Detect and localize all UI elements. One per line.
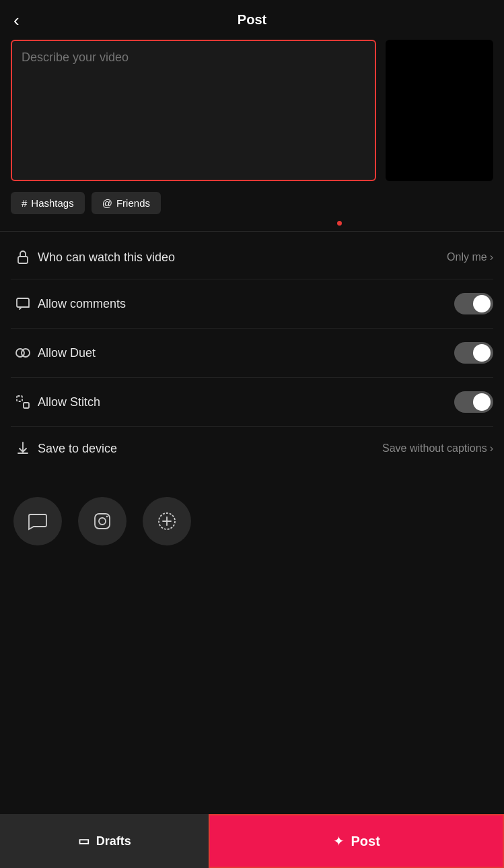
messages-icon xyxy=(27,510,48,532)
video-thumbnail xyxy=(386,40,493,181)
instagram-share-button[interactable] xyxy=(78,497,127,545)
toggle-knob xyxy=(473,295,491,312)
save-to-device-value: Save without captions › xyxy=(382,442,493,455)
allow-duet-row: Allow Duet xyxy=(11,329,493,378)
add-circle-icon xyxy=(156,510,178,532)
svg-rect-5 xyxy=(24,403,29,408)
drafts-icon: ▭ xyxy=(78,834,89,848)
allow-comments-toggle[interactable] xyxy=(454,293,493,314)
friends-label: Friends xyxy=(116,197,150,209)
scroll-indicator-dot xyxy=(337,221,342,226)
messages-share-button[interactable] xyxy=(13,497,62,545)
drafts-button[interactable]: ▭ Drafts xyxy=(0,814,209,868)
save-to-device-label: Save to device xyxy=(38,442,382,456)
instagram-icon xyxy=(92,510,113,532)
share-section xyxy=(0,470,504,559)
top-section xyxy=(0,40,504,192)
stitch-icon xyxy=(11,394,35,410)
toggle-knob-stitch xyxy=(473,393,491,411)
allow-stitch-toggle[interactable] xyxy=(454,391,493,413)
header: ‹ Post xyxy=(0,0,504,40)
allow-duet-toggle[interactable] xyxy=(454,342,493,364)
chevron-right-save-icon: › xyxy=(490,442,493,455)
allow-stitch-row: Allow Stitch xyxy=(11,378,493,427)
download-icon xyxy=(11,440,35,457)
add-to-story-button[interactable] xyxy=(143,497,191,545)
who-can-watch-value: Only me › xyxy=(447,251,493,263)
lock-icon xyxy=(11,249,35,265)
svg-rect-0 xyxy=(18,257,28,263)
drafts-label: Drafts xyxy=(96,834,131,848)
section-divider xyxy=(0,231,504,232)
toggle-knob-duet xyxy=(473,344,491,362)
back-button[interactable]: ‹ xyxy=(13,11,20,29)
bottom-bar: ▭ Drafts ✦ Post xyxy=(0,814,504,868)
who-can-watch-label: Who can watch this video xyxy=(38,251,447,265)
post-button[interactable]: ✦ Post xyxy=(209,814,504,868)
svg-rect-1 xyxy=(17,298,29,307)
hashtag-icon: # xyxy=(22,197,27,209)
bottom-spacer xyxy=(0,559,504,620)
hashtags-button[interactable]: # Hashtags xyxy=(11,192,85,214)
hashtags-label: Hashtags xyxy=(31,197,73,209)
page-title: Post xyxy=(238,12,266,28)
tag-buttons-row: # Hashtags @ Friends xyxy=(0,192,504,218)
description-area xyxy=(11,40,376,181)
who-can-watch-row[interactable]: Who can watch this video Only me › xyxy=(11,236,493,279)
post-upload-icon: ✦ xyxy=(333,833,345,849)
dot-row xyxy=(0,218,504,227)
friends-button[interactable]: @ Friends xyxy=(92,192,161,214)
svg-rect-4 xyxy=(17,396,22,401)
duet-icon xyxy=(11,344,35,362)
chevron-right-icon: › xyxy=(490,251,493,263)
description-input[interactable] xyxy=(22,51,365,131)
save-to-device-row[interactable]: Save to device Save without captions › xyxy=(11,427,493,470)
settings-section: Who can watch this video Only me › Allow… xyxy=(0,236,504,470)
allow-stitch-label: Allow Stitch xyxy=(38,395,454,409)
at-icon: @ xyxy=(102,197,112,209)
post-label: Post xyxy=(351,834,380,849)
svg-point-8 xyxy=(106,516,108,517)
allow-duet-label: Allow Duet xyxy=(38,346,454,360)
svg-point-7 xyxy=(99,518,106,525)
svg-point-3 xyxy=(22,349,30,357)
allow-comments-label: Allow comments xyxy=(38,297,454,311)
comment-icon xyxy=(11,296,35,312)
allow-comments-row: Allow comments xyxy=(11,279,493,329)
